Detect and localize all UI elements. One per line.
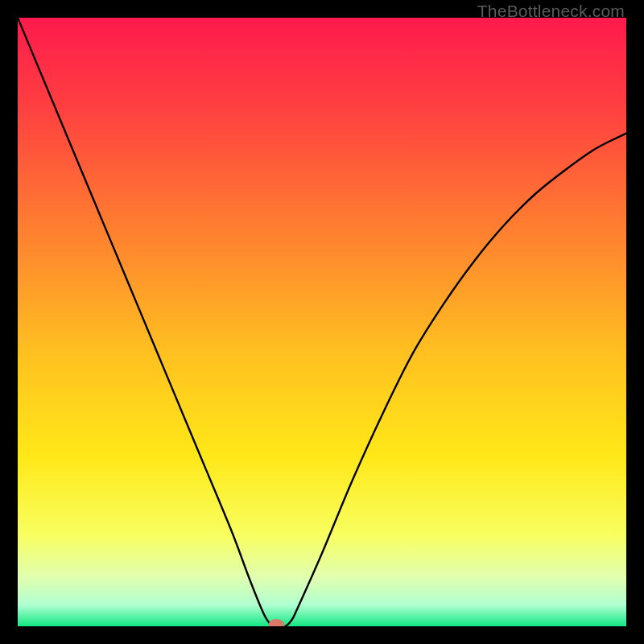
chart-container: TheBottleneck.com — [0, 0, 644, 644]
plot-area — [18, 18, 626, 626]
chart-svg — [18, 18, 626, 626]
gradient-background — [18, 18, 626, 626]
